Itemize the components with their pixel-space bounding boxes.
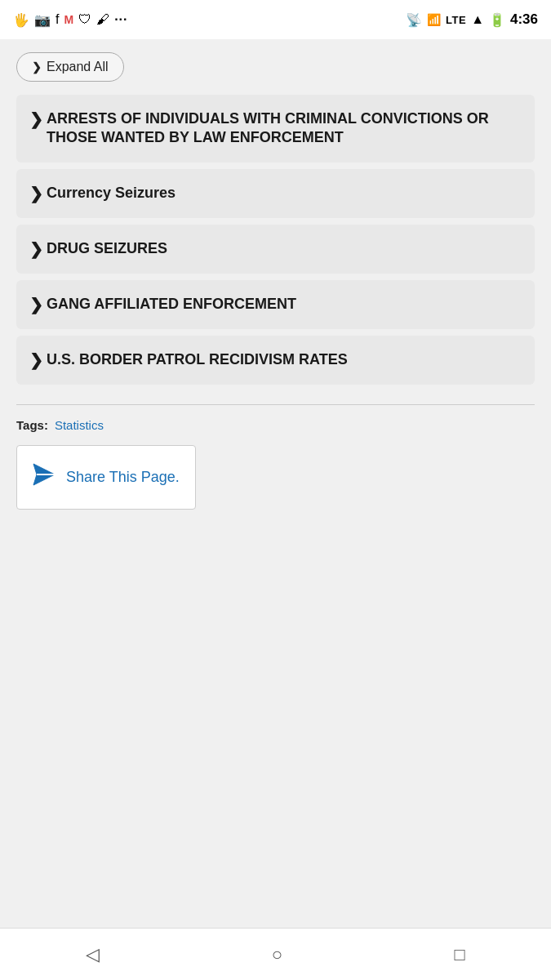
wifi-x-icon: 📶: [427, 13, 441, 26]
recents-button[interactable]: □: [438, 938, 481, 972]
status-right-icons: 📡 📶 LTE ▲ 🔋 4:36: [406, 11, 538, 28]
more-icon: ···: [114, 12, 127, 27]
tags-section: Tags: Statistics: [16, 418, 535, 432]
signal-icon: ▲: [471, 12, 484, 27]
expand-all-label: Expand All: [47, 60, 109, 74]
accordion-title-3: DRUG SEIZURES: [47, 239, 167, 258]
accordion-title-5: U.S. BORDER PATROL RECIDIVISM RATES: [47, 350, 348, 369]
lte-badge: LTE: [446, 14, 466, 26]
status-time: 4:36: [510, 11, 538, 28]
hand-pointer-icon: 🖐: [13, 12, 29, 28]
gmail-icon: M: [64, 13, 73, 26]
accordion-item-drug[interactable]: ❯ DRUG SEIZURES: [16, 225, 535, 274]
accordion-chevron-icon-2: ❯: [29, 184, 43, 203]
share-label: Share This Page.: [66, 469, 180, 486]
status-left-icons: 🖐 📷 f M 🛡 🖌 ···: [13, 12, 127, 28]
accordion-title-2: Currency Seizures: [47, 184, 176, 203]
status-bar: 🖐 📷 f M 🛡 🖌 ··· 📡 📶 LTE ▲ 🔋 4:36: [0, 0, 551, 39]
home-button[interactable]: ○: [256, 938, 299, 972]
share-box[interactable]: Share This Page.: [16, 445, 196, 510]
video-icon: 📷: [34, 12, 51, 28]
back-button[interactable]: ◁: [69, 938, 116, 972]
accordion-chevron-icon-4: ❯: [29, 295, 43, 314]
accordion-item-arrests[interactable]: ❯ ARRESTS OF INDIVIDUALS WITH CRIMINAL C…: [16, 95, 535, 163]
bottom-nav-bar: ◁ ○ □: [0, 928, 551, 980]
cast-icon: 📡: [406, 12, 422, 28]
share-icon: [32, 462, 56, 492]
accordion-chevron-icon-3: ❯: [29, 239, 43, 259]
section-divider: [16, 404, 535, 405]
accordion-chevron-icon-1: ❯: [29, 109, 43, 129]
accordion-item-currency[interactable]: ❯ Currency Seizures: [16, 169, 535, 218]
accordion-list: ❯ ARRESTS OF INDIVIDUALS WITH CRIMINAL C…: [16, 95, 535, 385]
accordion-title-4: GANG AFFILIATED ENFORCEMENT: [47, 295, 296, 314]
battery-icon: 🔋: [489, 12, 505, 28]
brush-icon: 🖌: [96, 12, 109, 27]
accordion-title-1: ARRESTS OF INDIVIDUALS WITH CRIMINAL CON…: [47, 109, 522, 148]
main-content: ❯ Expand All ❯ ARRESTS OF INDIVIDUALS WI…: [0, 39, 551, 928]
shield-icon: 🛡: [78, 12, 91, 27]
accordion-item-border[interactable]: ❯ U.S. BORDER PATROL RECIDIVISM RATES: [16, 336, 535, 385]
expand-all-button[interactable]: ❯ Expand All: [16, 52, 124, 82]
expand-chevron-icon: ❯: [32, 60, 42, 74]
tag-statistics[interactable]: Statistics: [55, 418, 104, 432]
facebook-icon: f: [56, 12, 59, 27]
accordion-chevron-icon-5: ❯: [29, 350, 43, 370]
accordion-item-gang[interactable]: ❯ GANG AFFILIATED ENFORCEMENT: [16, 280, 535, 329]
tags-label: Tags:: [16, 418, 48, 432]
